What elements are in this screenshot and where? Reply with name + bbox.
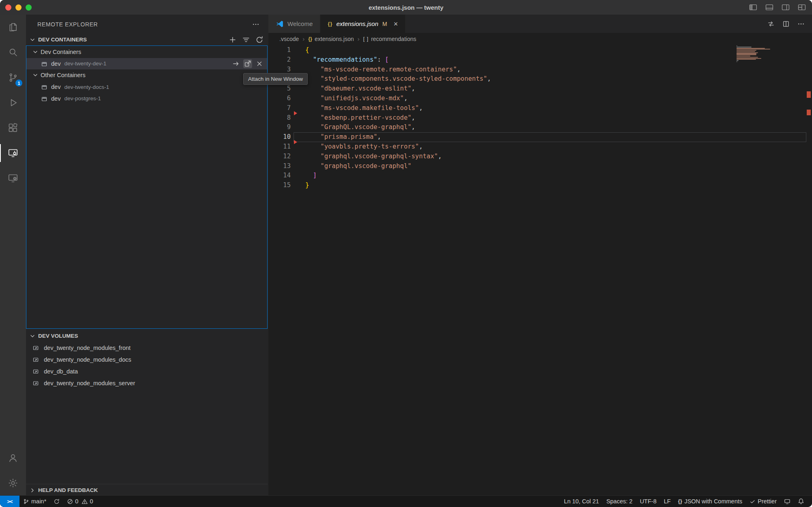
activity-source-control[interactable]: 1 <box>0 65 26 90</box>
code-line-4[interactable]: 4 "styled-components.vscode-styled-compo… <box>268 74 812 84</box>
code-line-2[interactable]: 2 "recommendations": [ <box>268 55 812 65</box>
more-actions-icon[interactable] <box>252 21 259 28</box>
open-changes-icon[interactable] <box>767 20 775 28</box>
attach-container-button[interactable] <box>231 59 240 68</box>
line-text: "ms-vscode-remote.remote-containers", <box>291 66 461 73</box>
line-number: 12 <box>268 152 291 162</box>
volume-item-dev_twenty_node_modules_server[interactable]: dev_twenty_node_modules_server <box>26 378 268 389</box>
split-editor-icon[interactable] <box>782 20 790 28</box>
section-toolbar <box>229 36 268 44</box>
code-line-14[interactable]: 14 ] <box>268 171 812 181</box>
status-label: JSON with Comments <box>685 498 743 505</box>
volume-icon <box>32 356 39 363</box>
minimize-window-button[interactable] <box>15 4 22 11</box>
refresh-button[interactable] <box>255 36 263 44</box>
code-line-12[interactable]: 12 "graphql.vscode-graphql-syntax", <box>268 152 812 162</box>
tooltip-attach-in-new-window: Attach in New Window <box>243 73 308 85</box>
code-line-5[interactable]: 5 "dbaeumer.vscode-eslint", <box>268 84 812 94</box>
toggle-primary-sidebar-icon[interactable] <box>749 3 758 12</box>
status-encoding[interactable]: UTF-8 <box>636 496 660 507</box>
volume-item-dev_db_data[interactable]: dev_db_data <box>26 365 268 377</box>
minimap-line <box>736 61 737 62</box>
breadcrumb-label: extensions.json <box>315 36 354 42</box>
code-line-1[interactable]: 1{ <box>268 45 812 55</box>
volume-item-dev_twenty_node_modules_front[interactable]: dev_twenty_node_modules_front <box>26 342 268 354</box>
activity-remote-explorer[interactable] <box>0 140 26 166</box>
vscode-window: extensions.json — twenty 1 REMOTE EXPLOR… <box>0 0 812 507</box>
zoom-window-button[interactable] <box>26 4 32 11</box>
code-line-9[interactable]: 9 "GraphQL.vscode-graphql", <box>268 123 812 132</box>
breadcrumb-recommendations[interactable]: [ ]recommendations <box>363 36 417 42</box>
container-item-dev-twenty-docs-1[interactable]: devdev-twenty-docs-1 <box>26 81 267 93</box>
section-dev-containers[interactable]: DEV CONTAINERS <box>26 34 268 45</box>
activity-search[interactable] <box>0 40 26 65</box>
tab-welcome[interactable]: Welcome <box>268 15 320 33</box>
activity-accounts[interactable] <box>0 445 26 470</box>
code-editor[interactable]: 1{2 "recommendations": [3 "ms-vscode-rem… <box>268 45 812 496</box>
status-indentation[interactable]: Spaces: 2 <box>603 496 636 507</box>
container-item-dev-twenty-dev-1[interactable]: devdev-twenty-dev-1 <box>26 58 267 70</box>
chevron-down-icon[interactable] <box>29 37 36 43</box>
container-item-dev-postgres-1[interactable]: devdev-postgres-1 <box>26 93 267 104</box>
code-line-3[interactable]: 3 "ms-vscode-remote.remote-containers", <box>268 65 812 75</box>
tab-extensions-json[interactable]: {}extensions.jsonM× <box>320 15 406 33</box>
close-window-button[interactable] <box>5 4 11 11</box>
section-help-and-feedback[interactable]: HELP AND FEEDBACK <box>26 484 268 496</box>
minimap[interactable] <box>736 45 773 63</box>
window-title: extensions.json — twenty <box>369 4 443 11</box>
status-eol[interactable]: LF <box>660 496 674 507</box>
code-line-6[interactable]: 6 "unifiedjs.vscode-mdx", <box>268 94 812 104</box>
chevron-right-icon[interactable] <box>29 487 36 494</box>
code-line-7[interactable]: 7 "ms-vscode.makefile-tools", <box>268 104 812 113</box>
toggle-secondary-sidebar-icon[interactable] <box>781 3 790 12</box>
activity-run-and-debug[interactable] <box>0 90 26 115</box>
files-icon <box>8 22 18 32</box>
breadcrumb-extensions-json[interactable]: {}extensions.json <box>308 36 354 42</box>
tree-group-dev-containers[interactable]: Dev Containers <box>26 46 267 58</box>
more-icon <box>252 21 259 28</box>
toggle-panel-icon[interactable] <box>765 3 774 12</box>
code-line-8[interactable]: 8 "esbenp.prettier-vscode", <box>268 113 812 123</box>
volume-item-dev_twenty_node_modules_docs[interactable]: dev_twenty_node_modules_docs <box>26 354 268 365</box>
section-dev-volumes[interactable]: DEV VOLUMES <box>26 330 268 342</box>
code-line-10[interactable]: 10 "prisma.prisma", <box>268 132 812 142</box>
line-number: 11 <box>268 142 291 152</box>
editor-actions <box>767 15 812 33</box>
tab-bar: Welcome{}extensions.jsonM× <box>268 15 812 33</box>
activity-dev-containers[interactable] <box>0 166 26 191</box>
sync-status[interactable] <box>50 496 63 507</box>
line-text: { <box>291 46 309 54</box>
code-line-11[interactable]: 11 "yoavbls.pretty-ts-errors", <box>268 142 812 152</box>
problems-status[interactable]: 0 0 <box>63 496 98 507</box>
activity-extensions[interactable] <box>0 115 26 140</box>
status-notifications[interactable] <box>794 496 808 507</box>
remove-container-button[interactable] <box>255 59 264 68</box>
breadcrumb--vscode[interactable]: .vscode <box>279 36 299 42</box>
status-cursor-position[interactable]: Ln 10, Col 21 <box>560 496 603 507</box>
more-actions-icon[interactable] <box>797 20 805 28</box>
overview-ruler-mark <box>807 91 811 98</box>
branch-status[interactable]: main* <box>19 496 50 507</box>
code-line-15[interactable]: 15} <box>268 181 812 190</box>
compare-icon <box>767 20 775 28</box>
add-dev-container-button[interactable] <box>229 36 237 44</box>
chevron-down-icon[interactable] <box>29 333 36 339</box>
remote-indicator[interactable]: >< <box>0 496 19 507</box>
tree-group-other-containers[interactable]: Other Containers <box>26 69 267 81</box>
attach-new-window-button[interactable] <box>243 59 252 68</box>
cast-icon <box>784 498 790 505</box>
status-language-mode[interactable]: {}JSON with Comments <box>674 496 746 507</box>
activity-explorer[interactable] <box>0 15 26 40</box>
container-name: dev <box>51 60 60 67</box>
filter-button[interactable] <box>242 36 250 44</box>
json-file-icon: {} <box>328 21 333 27</box>
status-screencast[interactable] <box>780 496 794 507</box>
activity-manage[interactable] <box>0 470 26 496</box>
close-tab-icon[interactable]: × <box>393 20 398 28</box>
object-symbol-icon: {} <box>308 36 312 42</box>
code-line-13[interactable]: 13 "graphql.vscode-graphql" <box>268 162 812 171</box>
customize-layout-icon[interactable] <box>797 3 806 12</box>
status-formatter[interactable]: Prettier <box>746 496 780 507</box>
volume-icon <box>32 368 39 375</box>
chevDown-icon <box>32 72 39 78</box>
